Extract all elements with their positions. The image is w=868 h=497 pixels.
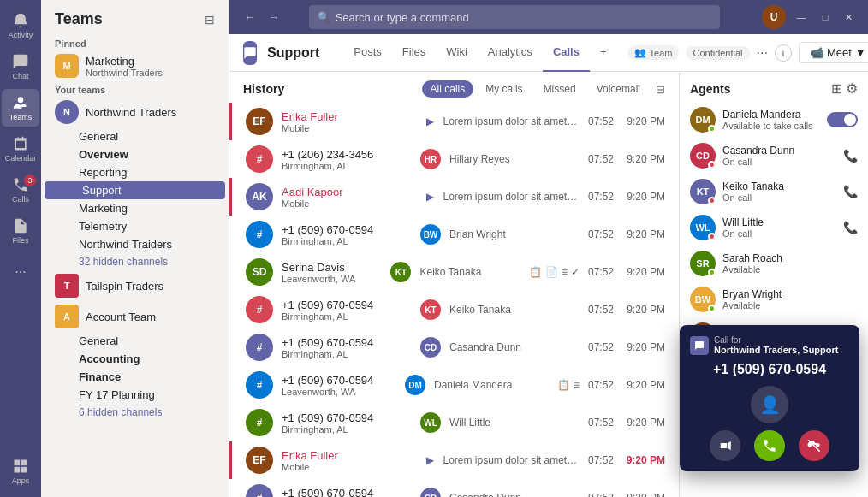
- account-hidden[interactable]: 6 hidden channels: [41, 404, 229, 421]
- call-row[interactable]: # +1 (509) 670-0594 Leavenworth, WA DM D…: [229, 366, 679, 404]
- popup-decline-btn[interactable]: [799, 430, 829, 461]
- nav-more[interactable]: ···: [2, 253, 39, 291]
- agent-info: Will Little On call: [722, 216, 836, 239]
- tailspin-avatar: T: [55, 274, 79, 298]
- call-row[interactable]: # +1 (509) 670-0594 Birmingham, AL CD Ca…: [229, 328, 679, 366]
- agent-status-dot: [708, 197, 716, 204]
- filter-icon[interactable]: ⊟: [656, 83, 665, 96]
- calls-badge: 3: [24, 175, 36, 186]
- account-finance[interactable]: Finance: [41, 368, 229, 386]
- call-info: +1 (509) 670-0594 Birmingham, AL: [282, 223, 412, 246]
- channel-telemetry[interactable]: Telemetry: [41, 217, 229, 235]
- agent-avatar: DM: [690, 107, 716, 133]
- sidebar-item-account[interactable]: A Account Team ···: [41, 301, 229, 332]
- call-sub: Birmingham, AL: [282, 311, 412, 322]
- call-row[interactable]: SD Serina Davis Leavenworth, WA KT Keiko…: [229, 253, 679, 291]
- filter-voicemail[interactable]: Voicemail: [588, 80, 649, 98]
- account-general[interactable]: General: [41, 332, 229, 350]
- more-options-btn[interactable]: ···: [757, 45, 768, 61]
- call-row[interactable]: # +1 (206) 234-3456 Birmingham, AL HR Hi…: [229, 140, 679, 178]
- agent-row[interactable]: SR Sarah Roach Available: [680, 246, 868, 281]
- tab-wiki[interactable]: Wiki: [436, 34, 478, 72]
- nav-apps-label: Apps: [12, 476, 30, 485]
- nav-calls[interactable]: Calls 3: [2, 171, 39, 209]
- back-button[interactable]: ←: [240, 7, 260, 27]
- nav-chat[interactable]: Chat: [2, 48, 39, 86]
- call-name: Aadi Kapoor: [282, 186, 418, 198]
- channel-support[interactable]: Support: [45, 181, 225, 199]
- play-icon[interactable]: ▶: [426, 454, 434, 466]
- meet-button[interactable]: 📹 Meet ▼: [799, 42, 868, 63]
- call-row[interactable]: # +1 (509) 670-0594 Birmingham, AL BW Br…: [229, 216, 679, 253]
- popup-video-btn[interactable]: [710, 430, 740, 461]
- filter-all[interactable]: All calls: [422, 80, 474, 98]
- call-row[interactable]: # +1 (509) 670-0594 Birmingham, AL CD Ca…: [229, 479, 679, 497]
- nav-files[interactable]: Files: [2, 212, 39, 250]
- account-accounting[interactable]: Accounting: [41, 350, 229, 368]
- call-row-icons: 📋📄≡✓: [529, 266, 580, 278]
- nav-teams[interactable]: Teams: [2, 89, 39, 127]
- close-button[interactable]: ✕: [841, 9, 858, 26]
- account-name: Account Team: [86, 311, 156, 323]
- sidebar-item-marketing[interactable]: M Marketing Northwind Traders: [41, 50, 229, 81]
- tab-add[interactable]: +: [590, 34, 617, 72]
- popup-channel-icon: [690, 336, 709, 355]
- search-bar[interactable]: 🔍 Search or type a command: [309, 5, 720, 29]
- call-row[interactable]: EF Erika Fuller Mobile ▶ Lorem ipsum dol…: [229, 441, 679, 479]
- tab-calls[interactable]: Calls: [543, 34, 590, 72]
- nav-calendar[interactable]: Calendar: [2, 130, 39, 168]
- tab-posts[interactable]: Posts: [343, 34, 392, 72]
- agent-call-icon[interactable]: 📞: [843, 149, 858, 163]
- play-icon[interactable]: ▶: [426, 115, 434, 127]
- agent-call-icon[interactable]: 📞: [843, 221, 858, 234]
- channel-general[interactable]: General: [41, 127, 229, 145]
- call-row[interactable]: EF Erika Fuller Mobile ▶ Lorem ipsum dol…: [229, 103, 679, 140]
- filter-icon[interactable]: ⊟: [205, 13, 215, 27]
- user-avatar[interactable]: U: [762, 5, 786, 29]
- forward-button[interactable]: →: [264, 7, 284, 27]
- filter-missed[interactable]: Missed: [535, 80, 585, 98]
- northwind-traiders[interactable]: Northwind Traiders: [41, 235, 229, 253]
- info-icon[interactable]: i: [775, 44, 792, 62]
- channel-icon: [243, 41, 257, 65]
- popup-person-btn[interactable]: 👤: [751, 386, 788, 423]
- agent-row[interactable]: KT Keiko Tanaka On call 📞: [680, 174, 868, 210]
- agent-name: Will Little: [722, 216, 836, 228]
- play-icon[interactable]: ▶: [426, 191, 434, 203]
- account-fy17[interactable]: FY 17 Planning: [41, 386, 229, 404]
- team-badge: 👥 Team: [627, 45, 680, 60]
- call-duration: 07:52: [588, 417, 614, 429]
- nav-activity[interactable]: Activity: [2, 7, 39, 44]
- agent-row[interactable]: CD Casandra Dunn On call 📞: [680, 138, 868, 174]
- history-panel: History All calls My calls Missed Voicem…: [229, 72, 680, 497]
- popup-call-for: Call for: [714, 335, 838, 345]
- popup-accept-btn[interactable]: [754, 430, 785, 461]
- agents-settings-icon[interactable]: ⚙: [846, 80, 858, 97]
- northwind-hidden[interactable]: 32 hidden channels: [41, 253, 229, 270]
- marketing-sub: Northwind Traders: [86, 68, 163, 78]
- minimize-button[interactable]: —: [793, 9, 810, 26]
- channel-reporting[interactable]: Reporting: [41, 163, 229, 181]
- agent-status-dot: [708, 125, 716, 133]
- channel-marketing[interactable]: Marketing: [41, 199, 229, 217]
- agent-row[interactable]: BW Bryan Wright Available: [680, 281, 868, 317]
- agent-row[interactable]: DM Daniela Mandera Available to take cal…: [680, 102, 868, 138]
- call-row[interactable]: # +1 (509) 670-0594 Birmingham, AL WL Wi…: [229, 404, 679, 441]
- call-row[interactable]: # +1 (509) 670-0594 Birmingham, AL KT Ke…: [229, 291, 679, 328]
- maximize-button[interactable]: □: [817, 9, 834, 26]
- call-row[interactable]: AK Aadi Kapoor Mobile ▶ Lorem ipsum dolo…: [229, 178, 679, 216]
- sidebar-item-tailspin[interactable]: T Tailspin Traders ···: [41, 270, 229, 301]
- tab-files[interactable]: Files: [392, 34, 436, 72]
- channel-overview[interactable]: Overview: [41, 145, 229, 163]
- agents-grid-icon[interactable]: ⊞: [831, 80, 842, 97]
- agent-row[interactable]: WL Will Little On call 📞: [680, 210, 868, 246]
- agent-status-dot: [708, 305, 716, 312]
- filter-my[interactable]: My calls: [477, 80, 531, 98]
- call-avatar: #: [246, 409, 273, 436]
- sidebar-item-northwind[interactable]: N Northwind Traders ···: [41, 97, 229, 127]
- agent-call-icon[interactable]: 📞: [843, 185, 858, 198]
- agent-toggle[interactable]: [827, 112, 858, 127]
- agent-name: Casandra Dunn: [722, 145, 836, 157]
- tab-analytics[interactable]: Analytics: [478, 34, 543, 72]
- nav-apps[interactable]: Apps: [2, 453, 39, 490]
